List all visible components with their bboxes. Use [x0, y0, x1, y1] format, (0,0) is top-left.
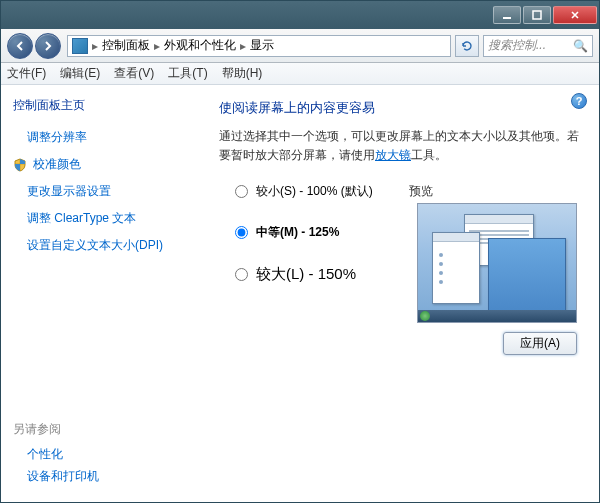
minimize-icon	[502, 10, 512, 20]
menu-edit[interactable]: 编辑(E)	[60, 65, 100, 82]
seealso-personalize[interactable]: 个性化	[27, 446, 189, 463]
breadcrumb-sep: ▸	[154, 39, 160, 53]
page-title: 使阅读屏幕上的内容更容易	[219, 99, 581, 117]
radio-medium[interactable]	[235, 226, 248, 239]
address-bar[interactable]: ▸ 控制面板 ▸ 外观和个性化 ▸ 显示	[67, 35, 451, 57]
minimize-button[interactable]	[493, 6, 521, 24]
sidebar-link-cleartype[interactable]: 调整 ClearType 文本	[27, 210, 189, 227]
menubar: 文件(F) 编辑(E) 查看(V) 工具(T) 帮助(H)	[1, 63, 599, 85]
sidebar-seealso: 另请参阅 个性化 设备和打印机	[13, 411, 189, 490]
preview-taskbar-icon	[418, 310, 576, 322]
shield-icon	[13, 158, 27, 172]
option-small[interactable]: 较小(S) - 100% (默认)	[235, 183, 581, 200]
preview-window-icon	[432, 232, 480, 304]
menu-help[interactable]: 帮助(H)	[222, 65, 263, 82]
preview-thumbnail	[417, 203, 577, 323]
refresh-icon	[461, 40, 473, 52]
close-icon	[570, 10, 580, 20]
radio-small[interactable]	[235, 185, 248, 198]
titlebar	[1, 1, 599, 29]
breadcrumb-level2[interactable]: 显示	[250, 37, 274, 54]
search-icon: 🔍	[573, 39, 588, 53]
seealso-devices[interactable]: 设备和打印机	[27, 468, 189, 485]
svg-rect-1	[533, 11, 541, 19]
breadcrumb-level1[interactable]: 外观和个性化	[164, 37, 236, 54]
option-label: 较大(L) - 150%	[256, 265, 356, 284]
control-panel-icon	[72, 38, 88, 54]
help-icon[interactable]: ?	[571, 93, 587, 109]
arrow-right-icon	[42, 40, 54, 52]
arrow-left-icon	[14, 40, 26, 52]
window: ▸ 控制面板 ▸ 外观和个性化 ▸ 显示 搜索控制... 🔍 文件(F) 编辑(…	[0, 0, 600, 503]
breadcrumb-sep: ▸	[92, 39, 98, 53]
content: 控制面板主页 调整分辨率 校准颜色 更改显示器设置 调整 ClearType 文…	[1, 85, 599, 502]
search-input[interactable]: 搜索控制... 🔍	[483, 35, 593, 57]
radio-large[interactable]	[235, 268, 248, 281]
close-button[interactable]	[553, 6, 597, 24]
breadcrumb-sep: ▸	[240, 39, 246, 53]
sidebar-link-display-settings[interactable]: 更改显示器设置	[27, 183, 189, 200]
maximize-icon	[532, 10, 542, 20]
sidebar: 控制面板主页 调整分辨率 校准颜色 更改显示器设置 调整 ClearType 文…	[1, 85, 201, 502]
menu-tools[interactable]: 工具(T)	[168, 65, 207, 82]
apply-button[interactable]: 应用(A)	[503, 332, 577, 355]
nav-buttons	[7, 33, 63, 59]
main-panel: ? 使阅读屏幕上的内容更容易 通过选择其中一个选项，可以更改屏幕上的文本大小以及…	[201, 85, 599, 502]
sidebar-home-link[interactable]: 控制面板主页	[13, 97, 189, 114]
preview-label: 预览	[409, 183, 433, 200]
sidebar-item-label: 调整分辨率	[27, 129, 87, 146]
forward-button[interactable]	[35, 33, 61, 59]
apply-row: 应用(A)	[219, 332, 581, 355]
seealso-heading: 另请参阅	[13, 421, 189, 438]
desc-post: 工具。	[411, 148, 447, 162]
svg-rect-0	[503, 17, 511, 19]
back-button[interactable]	[7, 33, 33, 59]
magnifier-link[interactable]: 放大镜	[375, 148, 411, 162]
window-controls	[493, 6, 597, 24]
maximize-button[interactable]	[523, 6, 551, 24]
sidebar-link-calibrate[interactable]: 校准颜色	[13, 156, 189, 173]
sidebar-item-label: 校准颜色	[33, 156, 81, 173]
navbar: ▸ 控制面板 ▸ 外观和个性化 ▸ 显示 搜索控制... 🔍	[1, 29, 599, 63]
option-label: 较小(S) - 100% (默认)	[256, 183, 373, 200]
sidebar-link-resolution[interactable]: 调整分辨率	[27, 129, 189, 146]
menu-view[interactable]: 查看(V)	[114, 65, 154, 82]
sidebar-item-label: 调整 ClearType 文本	[27, 210, 136, 227]
sidebar-item-label: 更改显示器设置	[27, 183, 111, 200]
preview-window-icon	[488, 238, 566, 312]
option-label: 中等(M) - 125%	[256, 224, 339, 241]
sidebar-item-label: 设置自定义文本大小(DPI)	[27, 237, 163, 254]
page-description: 通过选择其中一个选项，可以更改屏幕上的文本大小以及其他项。若要暂时放大部分屏幕，…	[219, 127, 581, 165]
search-placeholder: 搜索控制...	[488, 37, 546, 54]
refresh-button[interactable]	[455, 35, 479, 57]
breadcrumb-root[interactable]: 控制面板	[102, 37, 150, 54]
sidebar-link-custom-dpi[interactable]: 设置自定义文本大小(DPI)	[27, 237, 189, 254]
scale-options: 预览 较小(S) - 100% (默认) 中等(M) - 125% 较大(L) …	[219, 183, 581, 284]
menu-file[interactable]: 文件(F)	[7, 65, 46, 82]
